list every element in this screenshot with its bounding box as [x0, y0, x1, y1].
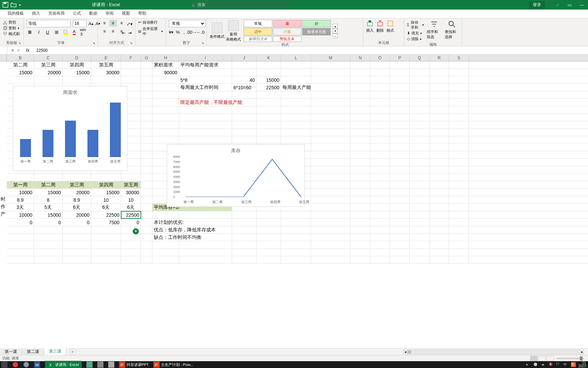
- cell[interactable]: 40: [232, 76, 257, 83]
- minimize-icon[interactable]: —: [576, 0, 588, 10]
- sheet-tab[interactable]: 第二课: [22, 348, 44, 355]
- currency-icon[interactable]: ¥▾: [169, 29, 174, 35]
- name-box[interactable]: [0, 46, 7, 54]
- taskbar-app-icon[interactable]: [12, 362, 18, 368]
- col-header[interactable]: S: [449, 55, 469, 61]
- gallery-down-icon[interactable]: ▾: [333, 29, 338, 33]
- col-header[interactable]: J: [232, 55, 257, 61]
- bold-icon[interactable]: B: [27, 29, 33, 35]
- formula-input[interactable]: 22500: [33, 48, 588, 53]
- sort-filter-button[interactable]: 排序和筛选: [427, 20, 441, 42]
- cell[interactable]: 限定最高产能，不限最低产能: [179, 99, 232, 106]
- scrollbar-thumb[interactable]: [407, 350, 411, 354]
- cell-styles-gallery[interactable]: 常规 差 好 适中 计算 检查单元格 解释性文本 警告文本: [244, 20, 331, 42]
- col-header[interactable]: C: [34, 55, 63, 61]
- cell[interactable]: 90000: [152, 69, 179, 76]
- align-bottom-icon[interactable]: ≡: [118, 20, 125, 27]
- cell[interactable]: 6天: [63, 204, 91, 211]
- cell[interactable]: 30000: [91, 69, 121, 76]
- add-sheet-button[interactable]: +: [69, 349, 76, 355]
- fx-icon[interactable]: fx: [26, 48, 30, 53]
- col-header[interactable]: E: [91, 55, 121, 61]
- cell[interactable]: 20000: [34, 69, 63, 76]
- cell[interactable]: 6天: [121, 204, 141, 211]
- cell[interactable]: 第一周: [7, 181, 34, 188]
- style-normal[interactable]: 常规: [244, 20, 272, 27]
- format-cells-button[interactable]: 格式: [387, 20, 394, 33]
- cell[interactable]: 第四周: [63, 61, 91, 68]
- delete-cells-button[interactable]: 删除: [376, 20, 384, 33]
- tray-ime-icon[interactable]: 中: [564, 362, 568, 367]
- cell[interactable]: 7500: [91, 219, 121, 226]
- find-select-button[interactable]: 查找和选择: [445, 20, 459, 42]
- cell[interactable]: 15000: [34, 211, 63, 218]
- comma-icon[interactable]: ,: [182, 29, 186, 35]
- phonetic-icon[interactable]: wén文: [80, 29, 86, 35]
- style-check[interactable]: 检查单元格: [302, 28, 331, 35]
- zoom-slider[interactable]: [557, 358, 584, 359]
- cell[interactable]: 20000: [63, 189, 91, 196]
- cell[interactable]: 0: [34, 219, 63, 226]
- cell[interactable]: 每周最大工作时间: [179, 84, 232, 91]
- cell[interactable]: 10000: [7, 211, 34, 218]
- select-all-corner[interactable]: [0, 55, 7, 61]
- table-format-button[interactable]: 套用 表格格式: [226, 20, 241, 42]
- col-header[interactable]: D: [63, 55, 91, 61]
- cell[interactable]: 累积需求: [152, 61, 179, 68]
- embedded-bar-chart[interactable]: 周需求 第一周第二周第三周第四周第五周: [13, 86, 127, 171]
- col-header[interactable]: Q: [410, 55, 429, 61]
- cell[interactable]: 15000: [257, 76, 281, 83]
- cell[interactable]: 第三周: [34, 61, 63, 68]
- orientation-icon[interactable]: ⤢▾: [126, 20, 133, 27]
- taskbar-powerpoint-button[interactable]: P抖音讲课PPT: [119, 362, 149, 368]
- cell-selected[interactable]: 22500: [121, 211, 141, 218]
- tab-review[interactable]: 审阅: [101, 9, 118, 18]
- col-header[interactable]: P: [390, 55, 410, 61]
- sheet-tab-active[interactable]: 第三课: [44, 348, 66, 356]
- col-header[interactable]: B: [7, 55, 34, 61]
- copy-button[interactable]: 复制▾: [3, 26, 21, 31]
- font-size-combo[interactable]: [73, 20, 86, 27]
- cell[interactable]: 每周最大产能: [281, 84, 311, 91]
- cell[interactable]: 第二周: [34, 181, 63, 188]
- col-header[interactable]: O: [370, 55, 390, 61]
- align-left-icon[interactable]: ≡: [101, 28, 108, 35]
- col-header[interactable]: G: [141, 55, 152, 61]
- tab-data[interactable]: 数据: [85, 9, 101, 18]
- cell[interactable]: 22500: [91, 211, 121, 218]
- cell[interactable]: 0: [63, 219, 91, 226]
- taskbar-app-icon[interactable]: [97, 362, 103, 368]
- gallery-more-icon[interactable]: ⌄: [333, 33, 338, 38]
- indent-decrease-icon[interactable]: ⇤: [120, 29, 127, 36]
- cell[interactable]: 0: [7, 219, 34, 226]
- horizontal-scrollbar[interactable]: ◂ ▸: [404, 350, 584, 354]
- cell[interactable]: 6*10=60: [232, 84, 257, 91]
- cell[interactable]: 第二周: [7, 61, 34, 68]
- cell[interactable]: 优点：低库存，降低库存成本: [152, 226, 179, 233]
- style-bad[interactable]: 差: [273, 20, 301, 27]
- enter-icon[interactable]: ✓: [17, 48, 20, 53]
- italic-icon[interactable]: I: [35, 29, 42, 35]
- cell[interactable]: 平均每周产能需求: [179, 61, 232, 68]
- taskbar-word-icon[interactable]: W: [34, 362, 40, 368]
- tab-layout[interactable]: 页面布局: [44, 9, 69, 18]
- style-good[interactable]: 好: [302, 20, 331, 27]
- gallery-up-icon[interactable]: ▴: [333, 24, 338, 29]
- clear-button[interactable]: ◇清除▾: [407, 36, 424, 42]
- col-header[interactable]: L: [281, 55, 311, 61]
- embedded-line-chart[interactable]: 库存 010002000300040005000600070008000第一周第…: [167, 144, 305, 207]
- folder-open-icon[interactable]: [10, 1, 17, 8]
- cell[interactable]: 15000: [34, 189, 63, 196]
- cell[interactable]: 8.9: [7, 196, 34, 203]
- cut-button[interactable]: 剪切: [3, 20, 21, 25]
- tab-help[interactable]: 帮助: [134, 9, 150, 18]
- cell[interactable]: 5*8: [179, 76, 232, 83]
- col-header[interactable]: I: [179, 55, 232, 61]
- style-explain[interactable]: 解释性文本: [244, 36, 272, 42]
- tray-icon[interactable]: ☁: [541, 362, 546, 367]
- cell[interactable]: 10: [91, 196, 121, 203]
- fill-color-icon[interactable]: ⬚: [62, 29, 69, 35]
- cell[interactable]: 第三周: [63, 181, 91, 188]
- cell[interactable]: 30000: [121, 189, 141, 196]
- tray-ime-icon[interactable]: S: [571, 362, 576, 367]
